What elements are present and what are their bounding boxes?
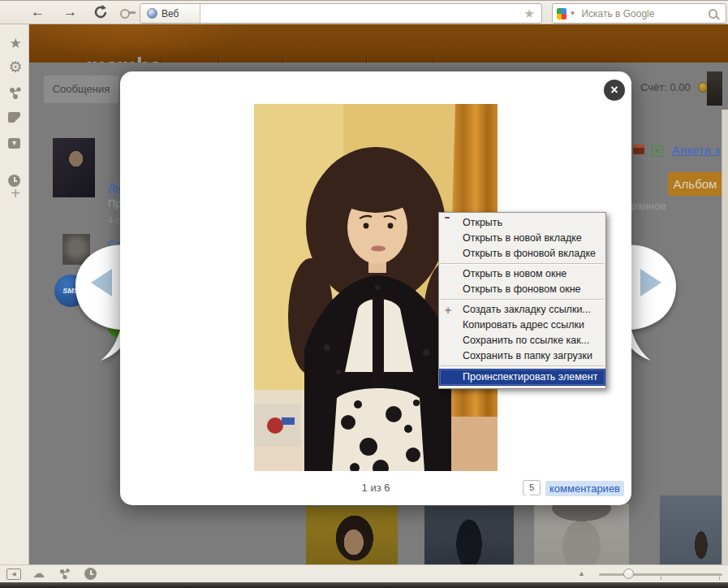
menu-item-open-new-window[interactable]: Открыть в новом окне <box>439 266 605 282</box>
prev-arrow-icon[interactable] <box>91 269 112 296</box>
menu-separator <box>441 263 604 265</box>
menu-item-bookmark-link[interactable]: + Создать закладку ссылки... <box>439 302 605 318</box>
search-input[interactable] <box>579 7 709 20</box>
message-time: 4 с <box>108 215 120 225</box>
comments-count-badge[interactable]: 5 <box>523 480 541 495</box>
browser-sidebar: ★ ⚙ ▾ + <box>0 24 29 564</box>
browser-toolbar: ← → Веб ★ ▼ <box>0 0 728 24</box>
notes-icon[interactable] <box>8 112 20 123</box>
zoom-tick <box>719 577 720 580</box>
bookmark-star-icon[interactable]: ★ <box>524 6 535 21</box>
real-status-icon: R <box>652 145 663 157</box>
share-icon[interactable] <box>8 86 23 101</box>
zoom-tick <box>661 577 661 580</box>
menu-item-save-link-as[interactable]: Сохранить по ссылке как... <box>439 333 605 348</box>
page-scrollbar[interactable] <box>722 110 728 564</box>
menu-separator <box>441 299 604 300</box>
profile-link[interactable]: Анкета з <box>672 143 720 157</box>
album-button[interactable]: Альбом <box>668 172 722 196</box>
forward-button[interactable]: → <box>63 1 77 24</box>
menu-separator <box>441 365 604 367</box>
zoom-slider-knob[interactable] <box>623 569 634 579</box>
site-header: mamba Поиск Топ-100 Приложения Еще ▼ <box>29 24 728 63</box>
birthday-cake-icon <box>633 145 644 154</box>
avatar[interactable] <box>53 138 95 197</box>
next-photo-bubble[interactable] <box>623 240 680 362</box>
next-arrow-icon[interactable] <box>640 269 661 296</box>
cloud-sync-icon[interactable]: ☁ <box>32 566 45 581</box>
panel-toggle-icon[interactable]: ◀ <box>6 569 21 580</box>
search-engine-caret-icon[interactable]: ▼ <box>570 10 576 17</box>
photo-thumbnail[interactable] <box>306 506 398 564</box>
google-icon <box>557 8 566 19</box>
browser-window: mamba Поиск Топ-100 Приложения Еще ▼ Соо… <box>0 0 728 588</box>
bookmarks-star-icon[interactable]: ★ <box>7 36 24 52</box>
search-box: ▼ <box>552 3 726 24</box>
plus-icon: + <box>445 305 451 315</box>
browser-statusbar: ◀ ☁ ▲ <box>0 564 728 582</box>
balance-text: Счёт: 0.00 <box>640 81 691 93</box>
window-bottom-edge <box>0 582 728 588</box>
comments-link[interactable]: комментариев <box>545 481 624 496</box>
menu-item-open-new-tab[interactable]: Открыть в новой вкладке <box>439 231 605 246</box>
globe-icon <box>147 8 157 19</box>
reload-button[interactable] <box>93 4 109 20</box>
close-icon[interactable]: × <box>604 80 625 101</box>
zoom-menu-icon[interactable]: ▲ <box>578 569 585 577</box>
menu-item-inspect-element[interactable]: Проинспектировать элемент <box>439 369 605 386</box>
photo-counter: 1 из 6 <box>323 482 429 494</box>
menu-item-open[interactable]: Открыть <box>439 215 605 231</box>
menu-item-open-bg-tab[interactable]: Открыть в фоновой вкладке <box>439 246 605 262</box>
context-menu: Открыть Открыть в новой вкладке Открыть … <box>438 212 606 389</box>
tab-messages[interactable]: Сообщения <box>44 76 118 103</box>
add-panel-icon[interactable]: + <box>7 185 24 201</box>
downloads-icon[interactable]: ▾ <box>8 138 20 149</box>
turbo-clock-icon[interactable] <box>84 568 97 580</box>
avatar[interactable] <box>707 71 722 106</box>
photo-thumbnail[interactable] <box>424 506 514 564</box>
search-icon[interactable] <box>709 9 717 19</box>
key-icon[interactable] <box>120 9 135 17</box>
zoom-slider-track[interactable] <box>599 573 722 576</box>
menu-item-open-bg-window[interactable]: Открыть в фоновом окне <box>439 282 605 297</box>
menu-item-copy-link[interactable]: Копировать адрес ссылки <box>439 318 605 333</box>
back-button[interactable]: ← <box>31 1 45 24</box>
share-icon[interactable] <box>58 568 71 581</box>
photo-thumbnail[interactable] <box>534 504 629 564</box>
web-tab-button[interactable]: Веб <box>140 4 200 23</box>
settings-gear-icon[interactable]: ⚙ <box>7 59 24 76</box>
address-input[interactable] <box>200 3 518 24</box>
photo-thumbnail[interactable] <box>660 495 722 564</box>
menu-item-save-to-downloads[interactable]: Сохранить в папку загрузки <box>439 348 605 364</box>
address-bar: Веб ★ <box>140 3 542 24</box>
